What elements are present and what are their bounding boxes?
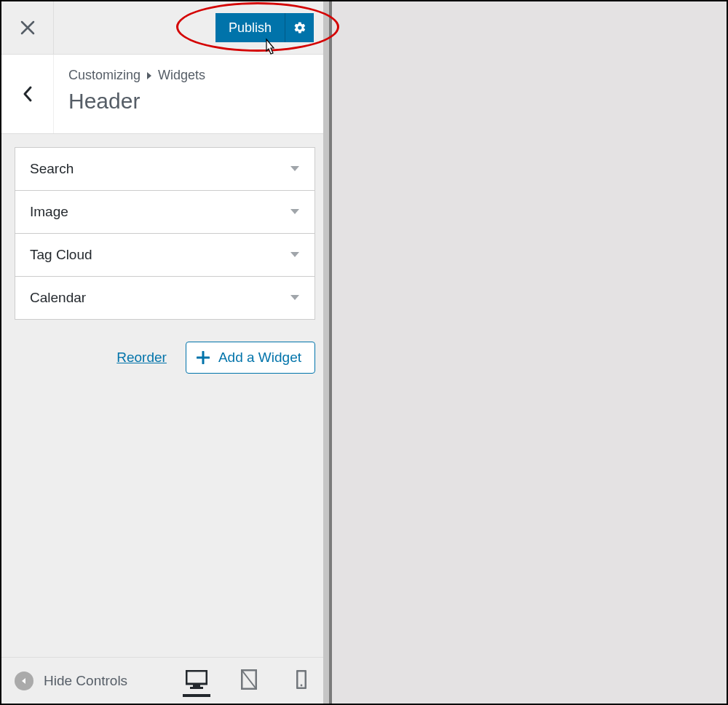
chevron-down-icon xyxy=(290,208,300,216)
breadcrumb: Customizing Widgets xyxy=(68,68,205,83)
widget-label: Tag Cloud xyxy=(30,247,92,263)
widget-list: Search Image Tag Cloud Calendar xyxy=(1,134,328,333)
publish-button[interactable]: Publish xyxy=(215,13,285,42)
chevron-left-icon xyxy=(22,85,33,103)
device-toggles xyxy=(183,665,315,697)
breadcrumb-root: Customizing xyxy=(68,68,141,83)
svg-rect-1 xyxy=(193,684,200,687)
mobile-icon xyxy=(296,670,306,689)
plus-icon xyxy=(197,351,210,364)
tablet-icon xyxy=(241,669,257,690)
widget-label: Image xyxy=(30,204,68,220)
close-button[interactable] xyxy=(1,1,54,54)
gear-icon xyxy=(293,21,306,34)
page-title: Header xyxy=(68,89,205,114)
svg-rect-2 xyxy=(190,687,203,689)
chevron-down-icon xyxy=(290,165,300,173)
widget-label: Search xyxy=(30,161,74,177)
chevron-down-icon xyxy=(290,294,300,302)
add-widget-button[interactable]: Add a Widget xyxy=(186,342,315,374)
panel-top-bar: Publish xyxy=(1,1,328,54)
breadcrumb-section: Widgets xyxy=(158,68,205,83)
hide-controls-label: Hide Controls xyxy=(44,673,127,689)
widget-item-calendar[interactable]: Calendar xyxy=(15,276,315,320)
widget-label: Calendar xyxy=(30,290,86,306)
device-desktop-button[interactable] xyxy=(183,665,210,697)
publish-settings-button[interactable] xyxy=(285,13,314,42)
panel-heading: Customizing Widgets Header xyxy=(1,54,328,134)
device-mobile-button[interactable] xyxy=(288,665,315,697)
hide-controls-button[interactable]: Hide Controls xyxy=(15,671,127,690)
widget-item-tag-cloud[interactable]: Tag Cloud xyxy=(15,233,315,277)
close-icon xyxy=(20,20,35,35)
chevron-down-icon xyxy=(290,251,300,259)
widget-item-image[interactable]: Image xyxy=(15,190,315,234)
back-button[interactable] xyxy=(1,55,54,133)
reorder-link[interactable]: Reorder xyxy=(116,350,167,366)
add-widget-label: Add a Widget xyxy=(218,350,301,366)
svg-point-6 xyxy=(301,684,303,686)
panel-footer: Hide Controls xyxy=(1,657,328,704)
device-tablet-button[interactable] xyxy=(235,665,263,697)
collapse-left-icon xyxy=(20,677,28,685)
widget-item-search[interactable]: Search xyxy=(15,147,315,191)
preview-pane xyxy=(329,1,727,704)
customizer-panel: Publish Customizing Widgets xyxy=(1,1,329,704)
breadcrumb-arrow-icon xyxy=(146,71,152,80)
widget-actions: Reorder Add a Widget xyxy=(1,333,328,374)
svg-line-4 xyxy=(242,670,256,689)
svg-rect-0 xyxy=(186,671,207,684)
desktop-icon xyxy=(186,670,207,689)
